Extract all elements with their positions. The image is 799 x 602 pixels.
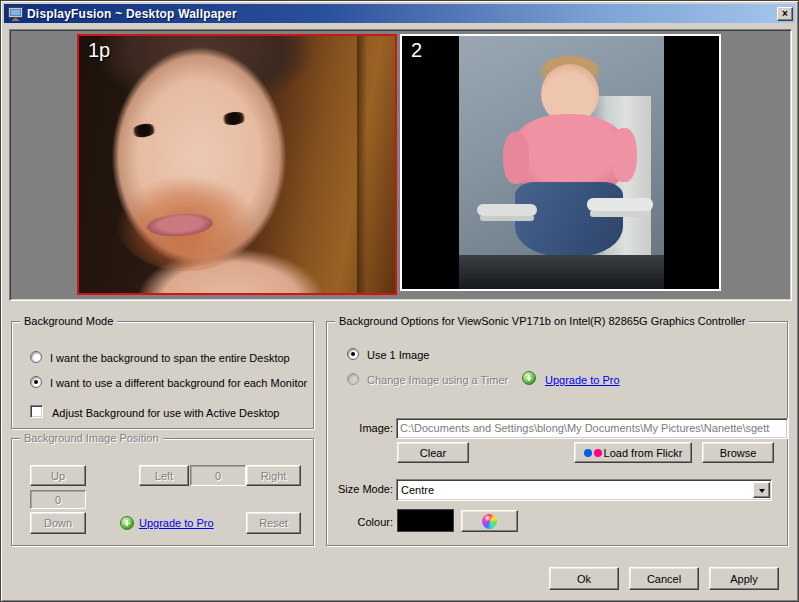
options-upgrade-link[interactable]: Upgrade to Pro <box>545 374 620 386</box>
position-up-button[interactable]: Up <box>30 465 86 486</box>
apply-button[interactable]: Apply <box>709 567 779 590</box>
monitor-1-label: 1p <box>88 39 110 62</box>
size-mode-value: Centre <box>397 484 753 496</box>
monitor-2-wallpaper-image <box>459 36 664 289</box>
position-right-button[interactable]: Right <box>246 465 301 486</box>
flickr-blue-dot-icon <box>584 449 592 457</box>
monitor-1-wallpaper-image <box>79 36 395 293</box>
flickr-pink-dot-icon <box>594 449 602 457</box>
use-one-image-radio-label[interactable]: Use 1 Image <box>367 349 429 361</box>
load-from-flickr-label: Load from Flickr <box>604 447 683 459</box>
position-reset-button[interactable]: Reset <box>246 512 301 534</box>
colour-swatch[interactable] <box>397 509 454 532</box>
upgrade-plus-icon <box>522 371 536 385</box>
position-left-button[interactable]: Left <box>139 465 189 486</box>
span-desktop-radio[interactable] <box>30 351 42 363</box>
change-image-timer-radio[interactable] <box>347 373 359 385</box>
position-upgrade-link[interactable]: Upgrade to Pro <box>139 517 214 529</box>
background-options-group: Background Options for ViewSonic VP171b … <box>326 321 788 546</box>
use-one-image-radio[interactable] <box>347 348 359 360</box>
titlebar[interactable]: DisplayFusion ~ Desktop Wallpaper × <box>4 4 795 23</box>
monitor-preview-panel: 1p 2 <box>9 29 792 301</box>
horizontal-offset-field[interactable]: 0 <box>190 465 246 486</box>
background-options-title: Background Options for ViewSonic VP171b … <box>335 315 749 327</box>
active-desktop-checkbox-label[interactable]: Adjust Background for use with Active De… <box>52 407 279 419</box>
size-mode-label: Size Mode: <box>335 483 393 495</box>
span-desktop-radio-label[interactable]: I want the background to span the entire… <box>50 352 290 364</box>
background-mode-group: Background Mode I want the background to… <box>11 321 314 429</box>
image-position-group: Background Image Position Up Left 0 Righ… <box>11 438 314 546</box>
active-desktop-checkbox[interactable] <box>30 405 43 418</box>
monitor-1-preview[interactable]: 1p <box>77 34 397 295</box>
displayfusion-dialog: DisplayFusion ~ Desktop Wallpaper × 1p <box>0 0 799 602</box>
colour-wheel-icon <box>482 514 497 529</box>
upgrade-plus-icon <box>120 516 134 530</box>
vertical-offset-field[interactable]: 0 <box>30 490 86 509</box>
different-background-radio-label[interactable]: I want to use a different background for… <box>50 377 307 389</box>
image-path-label: Image: <box>347 422 393 434</box>
image-path-field[interactable]: C:\Documents and Settings\blong\My Docum… <box>396 418 788 439</box>
image-position-title: Background Image Position <box>20 432 163 444</box>
colour-picker-button[interactable] <box>461 510 518 532</box>
cancel-button[interactable]: Cancel <box>629 567 699 590</box>
browse-button[interactable]: Browse <box>702 442 774 463</box>
colour-label: Colour: <box>347 516 393 528</box>
different-background-radio[interactable] <box>30 376 42 388</box>
size-mode-dropdown[interactable]: Centre <box>396 479 772 501</box>
load-from-flickr-button[interactable]: Load from Flickr <box>574 442 692 463</box>
image-path-value: C:\Documents and Settings\blong\My Docum… <box>397 419 787 434</box>
monitor-icon <box>8 7 23 21</box>
position-down-button[interactable]: Down <box>30 512 86 534</box>
window-title: DisplayFusion ~ Desktop Wallpaper <box>27 7 777 21</box>
ok-button[interactable]: Ok <box>549 567 619 590</box>
close-button[interactable]: × <box>777 7 793 21</box>
clear-button[interactable]: Clear <box>397 442 469 463</box>
chevron-down-icon <box>759 489 765 496</box>
monitor-2-label: 2 <box>411 39 422 62</box>
change-image-timer-radio-label: Change Image using a Timer <box>367 374 508 386</box>
monitor-2-preview[interactable]: 2 <box>400 34 721 291</box>
dropdown-arrow-button[interactable] <box>753 482 770 498</box>
background-mode-title: Background Mode <box>20 315 117 327</box>
